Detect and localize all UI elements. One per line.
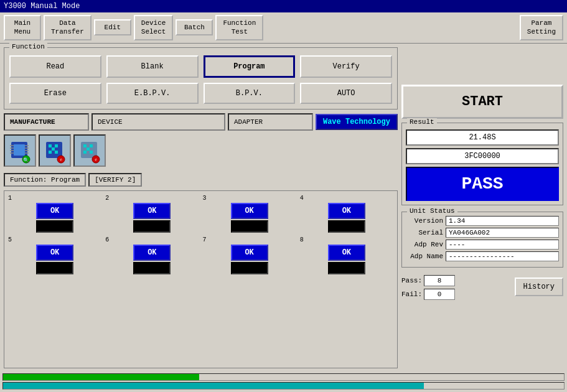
serial-key: Serial <box>406 229 443 236</box>
svg-rect-17 <box>52 147 55 151</box>
svg-rect-31 <box>83 151 87 154</box>
title-bar: Y3000 Manual Mode <box>0 0 567 12</box>
socket-7-ok[interactable]: OK <box>231 245 268 261</box>
device-select-button[interactable]: Device Select <box>134 15 174 40</box>
socket-1-num: 1 <box>8 195 12 202</box>
chip-icon-3[interactable]: ✆ <box>73 134 106 167</box>
socket-3-ok[interactable]: OK <box>231 203 268 219</box>
socket-4-ok[interactable]: OK <box>328 203 365 219</box>
bottom-bars <box>0 372 567 392</box>
fail-label: Fail: <box>401 291 420 298</box>
pass-label: Pass: <box>401 277 420 284</box>
adp-name-key: Adp Name <box>406 253 443 260</box>
chip-icon-2[interactable]: ✆ <box>39 134 71 167</box>
socket-8-ok[interactable]: OK <box>328 245 365 261</box>
sockets-grid: 1 OK 2 OK 3 OK 4 <box>4 190 398 368</box>
main-menu-button[interactable]: Main Menu <box>4 15 41 40</box>
adp-name-value: ---------------- <box>446 251 559 261</box>
socket-4: 4 OK <box>300 195 393 233</box>
socket-3-block <box>231 220 268 233</box>
function-group: Function Read Blank Program Verify Erase… <box>4 47 398 110</box>
socket-6-num: 6 <box>105 236 109 243</box>
serial-row: Serial YA046GA002 <box>406 228 559 238</box>
socket-1-block <box>36 220 73 233</box>
function-test-button[interactable]: Function Test <box>215 15 263 40</box>
socket-2-ok[interactable]: OK <box>133 203 171 219</box>
socket-8-num: 8 <box>300 236 304 243</box>
socket-5-num: 5 <box>8 236 12 243</box>
progress-fill-teal <box>3 383 424 389</box>
data-transfer-button[interactable]: Data Transfer <box>44 15 91 40</box>
title-text: Y3000 Manual Mode <box>4 2 80 11</box>
svg-rect-30 <box>90 147 93 151</box>
content-area: Function Read Blank Program Verify Erase… <box>0 44 567 372</box>
erase-button[interactable]: Erase <box>9 83 101 104</box>
read-button[interactable]: Read <box>9 55 101 78</box>
socket-7-block <box>231 262 268 274</box>
progress-fill-green <box>3 374 199 380</box>
svg-rect-16 <box>49 147 52 151</box>
toolbar: Main Menu Data Transfer Edit Device Sele… <box>0 12 567 44</box>
chip-icon-1[interactable]: 🔍 <box>4 134 36 167</box>
function-buttons: Read Blank Program Verify Erase E.B.P.V.… <box>9 55 392 104</box>
edit-button[interactable]: Edit <box>94 19 131 35</box>
result-time: 21.48S <box>406 129 559 146</box>
svg-text:🔍: 🔍 <box>23 157 29 163</box>
sockets-inner: 1 OK 2 OK 3 OK 4 <box>8 195 393 274</box>
socket-5-ok[interactable]: OK <box>36 245 73 261</box>
param-setting-button[interactable]: Param Setting <box>520 15 563 40</box>
unit-status-label: Unit Status <box>407 207 457 215</box>
svg-rect-28 <box>83 147 87 151</box>
function-status: Function: Program [VERIFY 2] <box>4 173 398 187</box>
manufacture-field: MANUFACTURE <box>4 113 89 131</box>
pass-row: Pass: 8 <box>401 275 510 286</box>
start-button[interactable]: START <box>401 85 563 119</box>
svg-rect-20 <box>52 151 55 154</box>
history-button[interactable]: History <box>515 278 563 296</box>
fail-value: 0 <box>424 289 455 300</box>
socket-1-ok[interactable]: OK <box>36 203 73 219</box>
blank-button[interactable]: Blank <box>106 55 199 78</box>
pass-value: 8 <box>424 275 455 286</box>
svg-rect-32 <box>87 151 90 154</box>
result-group: Result 21.48S 3FC00000 PASS <box>401 123 563 205</box>
socket-2: 2 OK <box>105 195 199 233</box>
adp-name-row: Adp Name ---------------- <box>406 251 559 261</box>
socket-8-block <box>328 262 365 274</box>
function-status-field: Function: Program <box>4 173 86 187</box>
svg-rect-18 <box>55 147 58 151</box>
svg-rect-33 <box>90 151 93 154</box>
verify-button[interactable]: Verify <box>300 55 392 78</box>
device-bar: MANUFACTURE DEVICE ADAPTER Wave Technolo… <box>4 113 398 131</box>
adp-rev-row: Adp Rev ---- <box>406 240 559 250</box>
bpv-button[interactable]: B.P.V. <box>204 83 296 104</box>
svg-rect-21 <box>55 151 58 154</box>
svg-rect-27 <box>90 144 93 147</box>
function-group-label: Function <box>9 43 47 50</box>
socket-3: 3 OK <box>203 195 296 233</box>
adp-rev-key: Adp Rev <box>406 241 443 248</box>
batch-button[interactable]: Batch <box>176 19 213 35</box>
program-button[interactable]: Program <box>204 55 296 78</box>
socket-5: 5 OK <box>8 236 101 274</box>
ebpv-button[interactable]: E.B.P.V. <box>106 83 199 104</box>
svg-rect-19 <box>49 151 52 154</box>
progress-bar-green <box>2 373 565 381</box>
adapter-field: ADAPTER <box>228 113 313 131</box>
svg-rect-15 <box>55 144 58 147</box>
auto-button[interactable]: AUTO <box>300 83 392 104</box>
progress-bar-teal <box>2 382 565 390</box>
socket-6-block <box>133 262 171 274</box>
socket-2-block <box>133 220 171 233</box>
socket-1: 1 OK <box>8 195 101 233</box>
fail-row: Fail: 0 <box>401 289 510 300</box>
socket-7-num: 7 <box>203 236 207 243</box>
version-value: 1.34 <box>446 216 559 226</box>
socket-5-block <box>36 262 73 274</box>
adp-rev-value: ---- <box>446 240 559 250</box>
svg-rect-26 <box>87 144 90 147</box>
socket-8: 8 OK <box>300 236 393 274</box>
socket-6-ok[interactable]: OK <box>133 245 171 261</box>
verify-status-field: [VERIFY 2] <box>88 173 142 187</box>
serial-value: YA046GA002 <box>446 228 559 238</box>
